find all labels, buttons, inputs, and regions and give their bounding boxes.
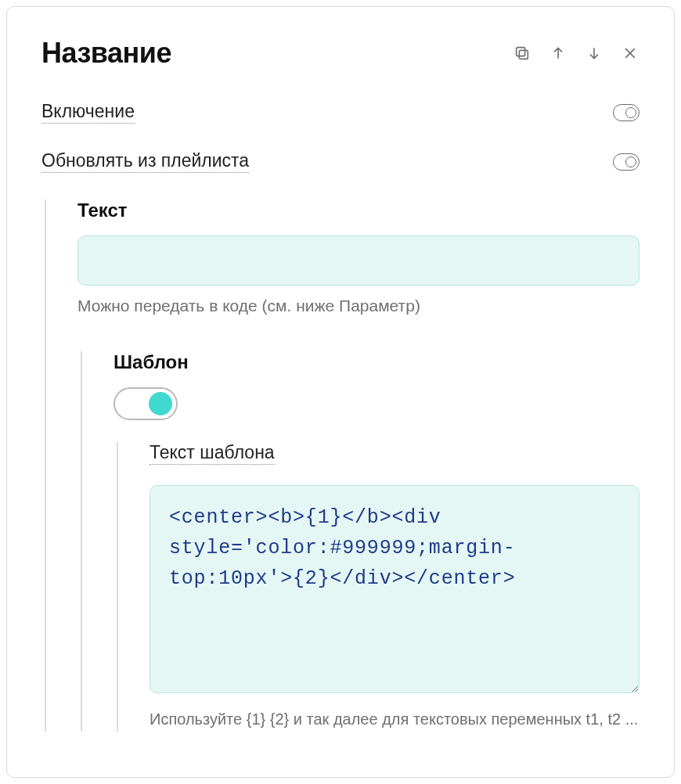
svg-rect-1 — [517, 48, 525, 56]
arrow-up-icon[interactable] — [549, 44, 568, 63]
update-label: Обновлять из плейлиста — [41, 150, 249, 173]
svg-rect-0 — [519, 50, 528, 59]
copy-icon[interactable] — [513, 44, 531, 63]
template-section: Шаблон Текст шаблона Используйте {1} {2}… — [81, 351, 640, 732]
update-toggle[interactable] — [613, 153, 640, 171]
toggle-knob-icon — [149, 392, 172, 415]
panel-header: Название — [41, 37, 640, 70]
update-row: Обновлять из плейлиста — [41, 150, 640, 173]
template-hint: Используйте {1} {2} и так далее для текс… — [150, 707, 640, 732]
text-input[interactable] — [77, 236, 640, 286]
template-code-input[interactable] — [150, 485, 640, 693]
enable-row: Включение — [41, 101, 640, 124]
template-text-heading: Текст шаблона — [150, 442, 275, 465]
close-icon[interactable] — [621, 44, 640, 63]
template-text-section: Текст шаблона Используйте {1} {2} и так … — [117, 442, 640, 732]
template-toggle[interactable] — [114, 387, 178, 420]
settings-panel: Название — [6, 6, 675, 778]
template-heading: Шаблон — [114, 351, 640, 373]
panel-actions — [513, 44, 640, 63]
text-section: Текст Можно передать в коде (см. ниже Па… — [45, 200, 640, 732]
panel-title: Название — [41, 37, 171, 70]
enable-label: Включение — [41, 101, 135, 124]
enable-toggle[interactable] — [613, 104, 640, 121]
text-hint: Можно передать в коде (см. ниже Параметр… — [77, 297, 640, 315]
text-heading: Текст — [77, 200, 640, 221]
arrow-down-icon[interactable] — [585, 44, 604, 63]
